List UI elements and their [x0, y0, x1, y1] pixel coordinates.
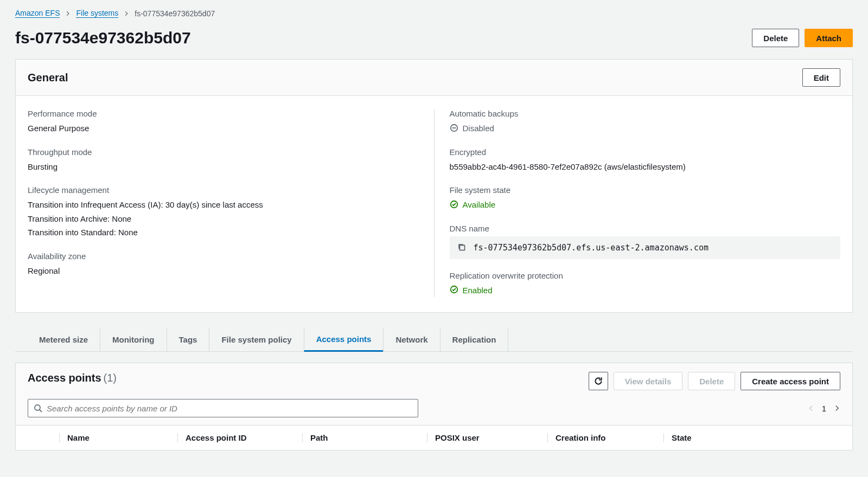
az-label: Availability zone — [28, 252, 419, 261]
performance-mode-label: Performance mode — [28, 109, 419, 118]
column-posix-user[interactable]: POSIX user — [427, 433, 547, 442]
pager: 1 — [808, 404, 840, 413]
tab-tags[interactable]: Tags — [167, 328, 209, 351]
search-input[interactable] — [47, 404, 412, 413]
breadcrumb: Amazon EFS File systems fs-077534e97362b… — [15, 7, 853, 25]
view-details-button[interactable]: View details — [614, 372, 683, 390]
lifecycle-standard: Transition into Standard: None — [28, 225, 419, 240]
check-circle-icon — [450, 200, 459, 210]
availability-zone: Availability zone Regional — [28, 252, 419, 278]
dns-name: DNS name fs-077534e97362b5d07.efs.us-eas… — [450, 224, 841, 259]
tabs: Metered size Monitoring Tags File system… — [15, 328, 853, 352]
column-path[interactable]: Path — [302, 433, 427, 442]
fs-state-value: Available — [463, 198, 496, 212]
chevron-left-icon — [808, 404, 814, 412]
search-icon — [34, 404, 42, 412]
performance-mode-value: General Purpose — [28, 121, 419, 136]
tab-monitoring[interactable]: Monitoring — [100, 328, 166, 351]
tab-metered-size[interactable]: Metered size — [27, 328, 100, 351]
backups-value: Disabled — [463, 121, 494, 136]
backups-label: Automatic backups — [450, 109, 841, 118]
svg-point-5 — [35, 405, 40, 410]
chevron-right-icon — [834, 404, 840, 412]
encrypted-label: Encrypted — [450, 147, 841, 157]
access-points-table-header: Name Access point ID Path POSIX user Cre… — [16, 426, 852, 450]
disabled-icon — [450, 124, 459, 133]
breadcrumb-filesystems[interactable]: File systems — [76, 9, 118, 18]
encrypted: Encrypted b559abb2-ac4b-4961-8580-7ef2e0… — [450, 147, 841, 174]
refresh-icon — [593, 376, 603, 386]
access-points-search[interactable] — [28, 399, 418, 417]
tab-file-system-policy[interactable]: File system policy — [209, 328, 303, 351]
copy-icon[interactable] — [457, 243, 467, 253]
create-access-point-button[interactable]: Create access point — [741, 372, 840, 390]
tab-replication[interactable]: Replication — [440, 328, 509, 351]
breadcrumb-service[interactable]: Amazon EFS — [15, 9, 60, 18]
delete-button[interactable]: Delete — [752, 29, 799, 47]
replication-overwrite-protection: Replication overwrite protection Enabled — [450, 271, 841, 298]
access-points-title: Access points — [28, 372, 101, 384]
column-name[interactable]: Name — [59, 433, 177, 442]
az-value: Regional — [28, 264, 419, 278]
dns-code-box: fs-077534e97362b5d07.efs.us-east-2.amazo… — [450, 236, 841, 259]
access-points-delete-button[interactable]: Delete — [688, 372, 735, 390]
general-panel: General Edit Performance mode General Pu… — [15, 59, 853, 313]
lifecycle-archive: Transition into Archive: None — [28, 212, 419, 226]
rop-label: Replication overwrite protection — [450, 271, 841, 280]
pager-prev[interactable] — [808, 404, 814, 412]
page-title: fs-077534e97362b5d07 — [15, 29, 191, 47]
dns-value: fs-077534e97362b5d07.efs.us-east-2.amazo… — [474, 243, 709, 253]
lifecycle-management: Lifecycle management Transition into Inf… — [28, 185, 419, 240]
attach-button[interactable]: Attach — [805, 29, 853, 47]
refresh-button[interactable] — [589, 372, 608, 390]
lifecycle-ia: Transition into Infrequent Access (IA): … — [28, 198, 419, 212]
rop-value: Enabled — [463, 283, 493, 298]
column-access-point-id[interactable]: Access point ID — [177, 433, 302, 442]
access-points-panel: Access points (1) View details Delete Cr… — [15, 363, 853, 450]
file-system-state: File system state Available — [450, 185, 841, 212]
check-circle-icon — [450, 285, 459, 295]
general-title: General — [28, 72, 68, 84]
svg-rect-3 — [459, 245, 464, 250]
dns-label: DNS name — [450, 224, 841, 233]
column-state[interactable]: State — [663, 433, 840, 442]
tab-access-points[interactable]: Access points — [304, 328, 384, 352]
chevron-right-icon — [124, 11, 129, 16]
automatic-backups: Automatic backups Disabled — [450, 109, 841, 136]
access-points-count: (1) — [104, 372, 117, 384]
pager-page: 1 — [822, 404, 826, 413]
edit-button[interactable]: Edit — [802, 68, 840, 87]
fs-state-label: File system state — [450, 185, 841, 195]
encrypted-value: b559abb2-ac4b-4961-8580-7ef2e07a892c (aw… — [450, 160, 841, 174]
tab-network[interactable]: Network — [383, 328, 439, 351]
throughput-mode-label: Throughput mode — [28, 147, 419, 157]
performance-mode: Performance mode General Purpose — [28, 109, 419, 136]
throughput-mode: Throughput mode Bursting — [28, 147, 419, 174]
throughput-mode-value: Bursting — [28, 160, 419, 174]
chevron-right-icon — [65, 11, 71, 16]
lifecycle-label: Lifecycle management — [28, 185, 419, 195]
breadcrumb-current: fs-077534e97362b5d07 — [135, 9, 215, 18]
pager-next[interactable] — [834, 404, 840, 412]
column-creation-info[interactable]: Creation info — [547, 433, 663, 442]
svg-line-6 — [40, 410, 42, 412]
